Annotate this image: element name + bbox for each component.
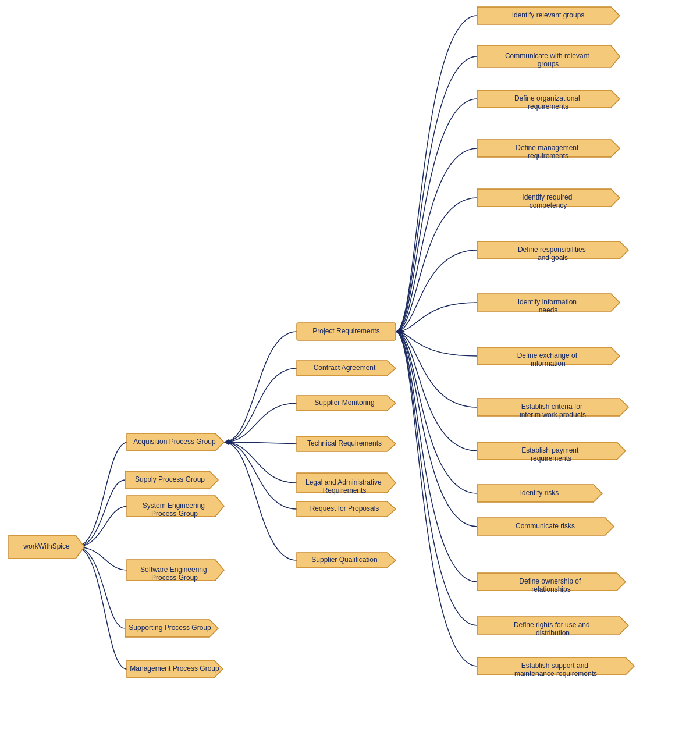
node-commgrp: Communicate with relevant groups [477, 45, 620, 68]
conn-projreq-estsupp [396, 332, 477, 666]
node-suppmon: Supplier Monitoring [297, 396, 396, 411]
mgmt-label: Management Process Group [130, 664, 219, 673]
conn-acq-rfp [224, 442, 297, 509]
node-defmgmt: Define management requirements [477, 140, 620, 160]
node-estpay: Establish payment requirements [477, 442, 626, 463]
node-root: workWithSpice [9, 535, 84, 559]
node-defres: Define responsibilities and goals [477, 241, 628, 262]
node-softeng: Software Engineering Process Group [127, 560, 224, 582]
node-defown: Define ownership of relationships [477, 573, 626, 593]
supply-label: Supply Process Group [135, 475, 205, 483]
conn-root-acq [76, 442, 128, 547]
estcrit-label: Establish criteria for interim work prod… [520, 403, 586, 419]
node-rfp: Request for Proposals [297, 501, 396, 517]
relgrp-label: Identify relevant groups [512, 11, 585, 19]
node-idcomp: Identify required competency [477, 189, 620, 209]
node-contract: Contract Agreement [297, 361, 396, 376]
conn-acq-contract [224, 368, 297, 442]
conn-root-supply [76, 480, 125, 547]
node-deforg: Define organizational requirements [477, 90, 620, 111]
node-estcrit: Establish criteria for interim work prod… [477, 399, 628, 419]
idcomp-label: Identify required competency [522, 193, 574, 209]
acq-label: Acquisition Process Group [133, 437, 216, 446]
node-legal: Legal and Administrative Requirements [297, 473, 396, 495]
node-idinfo: Identify information needs [477, 294, 620, 314]
estsupp-label: Establish support and maintenance requir… [514, 661, 597, 678]
syseng-label: System Engineering Process Group [143, 501, 207, 518]
node-syseng: System Engineering Process Group [127, 496, 224, 518]
conn-root-mgmt [76, 547, 127, 669]
node-defexch: Define exchange of information [477, 347, 620, 368]
node-suppqual: Supplier Qualification [297, 553, 396, 568]
idrisk-label: Identify risks [520, 489, 559, 497]
contract-label: Contract Agreement [314, 364, 376, 372]
conn-root-syseng [76, 506, 128, 547]
node-idrisk: Identify risks [477, 485, 602, 502]
support-label: Supporting Process Group [129, 624, 211, 632]
node-estsupp: Establish support and maintenance requir… [477, 657, 634, 678]
conn-root-support [76, 547, 125, 628]
conn-acq-legal [224, 442, 297, 483]
commrisk-label: Communicate risks [516, 522, 575, 530]
node-relgrp: Identify relevant groups [477, 7, 620, 24]
projreq-label: Project Requirements [312, 327, 379, 335]
conn-acq-projreq [224, 332, 297, 442]
node-commrisk: Communicate risks [477, 518, 614, 535]
node-techreq: Technical Requirements [297, 436, 396, 451]
suppqual-label: Supplier Qualification [311, 556, 377, 564]
node-support: Supporting Process Group [125, 620, 218, 637]
mindmap-diagram: workWithSpice Acquisition Process Group … [0, 0, 700, 747]
rfp-label: Request for Proposals [310, 504, 379, 513]
node-supply: Supply Process Group [125, 471, 218, 489]
node-projreq: Project Requirements [297, 323, 396, 340]
node-mgmt: Management Process Group [127, 660, 223, 678]
node-defrights: Define rights for use and distribution [477, 617, 628, 637]
techreq-label: Technical Requirements [307, 439, 382, 447]
conn-acq-suppmon [224, 403, 297, 442]
node-acq: Acquisition Process Group [127, 433, 224, 451]
root-label: workWithSpice [23, 542, 70, 550]
conn-projreq-relgrp [396, 16, 477, 332]
conn-projreq-defres [396, 250, 477, 332]
suppmon-label: Supplier Monitoring [314, 399, 374, 407]
conn-acq-suppqual [224, 442, 297, 560]
